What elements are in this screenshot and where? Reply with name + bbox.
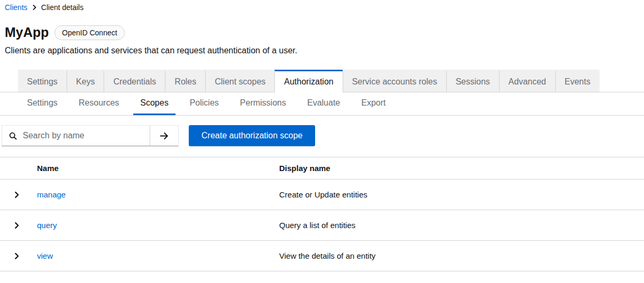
tab-events[interactable]: Events: [555, 70, 600, 92]
subtab-settings[interactable]: Settings: [20, 92, 65, 115]
search-icon: [9, 132, 17, 140]
subtab-evaluate[interactable]: Evaluate: [300, 92, 347, 115]
breadcrumb-clients-link[interactable]: Clients: [5, 3, 27, 12]
table-row: view View the details of an entity: [0, 241, 644, 271]
table-row: query Query a list of entities: [0, 210, 644, 241]
scope-display-name: View the details of an entity: [279, 251, 644, 260]
subtab-export[interactable]: Export: [354, 92, 392, 115]
main-tab-bar: Settings Keys Credentials Roles Client s…: [0, 70, 644, 92]
page-header: MyApp OpenID Connect: [0, 25, 644, 40]
name-column-header: Name: [37, 164, 279, 173]
table-row: manage Create or Update entities: [0, 180, 644, 210]
expand-toggle[interactable]: [0, 252, 37, 260]
toolbar: Create authorization scope: [0, 125, 644, 146]
tab-settings[interactable]: Settings: [18, 70, 67, 92]
page-title: MyApp: [5, 25, 49, 40]
authorization-scopes-table: Name Display name manage Create or Updat…: [0, 157, 644, 271]
arrow-right-icon: [160, 131, 169, 140]
client-type-badge: OpenID Connect: [54, 25, 124, 40]
scope-name-link[interactable]: manage: [37, 190, 279, 199]
expand-toggle[interactable]: [0, 222, 37, 229]
scope-display-name: Query a list of entities: [279, 221, 644, 230]
tab-authorization[interactable]: Authorization: [274, 70, 342, 92]
subtab-permissions[interactable]: Permissions: [233, 92, 293, 115]
angle-right-icon: [14, 191, 19, 199]
scope-display-name: Create or Update entities: [279, 190, 644, 199]
search-group: [2, 125, 179, 146]
breadcrumb: Clients Client details: [0, 0, 644, 12]
search-input-wrap: [2, 126, 150, 146]
display-name-column-header: Display name: [279, 164, 644, 173]
subtab-policies[interactable]: Policies: [183, 92, 226, 115]
subtab-scopes[interactable]: Scopes: [133, 92, 175, 115]
expand-toggle[interactable]: [0, 191, 37, 199]
tab-client-scopes[interactable]: Client scopes: [205, 70, 274, 92]
tab-sessions[interactable]: Sessions: [446, 70, 499, 92]
scope-name-link[interactable]: query: [37, 221, 279, 230]
angle-right-icon: [32, 4, 36, 11]
tab-advanced[interactable]: Advanced: [499, 70, 555, 92]
create-authorization-scope-button[interactable]: Create authorization scope: [189, 125, 315, 146]
tab-credentials[interactable]: Credentials: [104, 70, 165, 92]
page-description: Clients are applications and services th…: [0, 46, 644, 55]
subtab-resources[interactable]: Resources: [72, 92, 126, 115]
angle-right-icon: [14, 252, 19, 260]
tab-roles[interactable]: Roles: [165, 70, 205, 92]
tab-service-accounts-roles[interactable]: Service accounts roles: [343, 70, 446, 92]
breadcrumb-current: Client details: [41, 3, 84, 12]
scope-name-link[interactable]: view: [37, 251, 279, 260]
search-input[interactable]: [22, 130, 150, 141]
tab-keys[interactable]: Keys: [67, 70, 104, 92]
authorization-sub-tab-bar: Settings Resources Scopes Policies Permi…: [0, 92, 644, 116]
table-header-row: Name Display name: [0, 157, 644, 180]
angle-right-icon: [14, 222, 19, 229]
search-submit-button[interactable]: [150, 126, 178, 146]
